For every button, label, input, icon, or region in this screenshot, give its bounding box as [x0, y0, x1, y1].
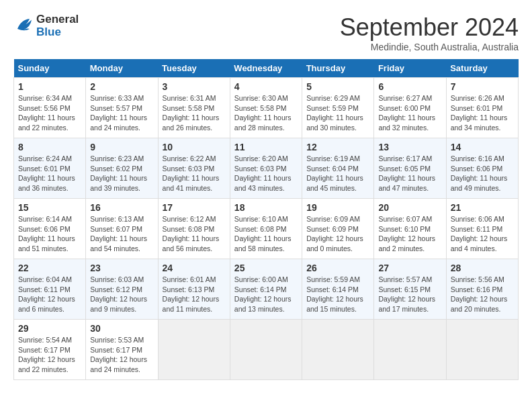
table-row: 13Sunrise: 6:17 AMSunset: 6:05 PMDayligh…: [374, 138, 446, 199]
table-row: 14Sunrise: 6:16 AMSunset: 6:06 PMDayligh…: [446, 138, 518, 199]
table-row: 28Sunrise: 5:56 AMSunset: 6:16 PMDayligh…: [446, 259, 518, 320]
header-wednesday: Wednesday: [230, 59, 302, 78]
table-row: 4Sunrise: 6:30 AMSunset: 5:58 PMDaylight…: [230, 78, 302, 138]
logo-name-line1: General: [36, 13, 79, 26]
table-row: 27Sunrise: 5:57 AMSunset: 6:15 PMDayligh…: [374, 259, 446, 320]
table-row: 15Sunrise: 6:14 AMSunset: 6:06 PMDayligh…: [14, 199, 86, 259]
page-header: General Blue September 2024 Medindie, So…: [13, 13, 519, 52]
header-saturday: Saturday: [446, 59, 518, 78]
table-row: [374, 320, 446, 380]
month-title: September 2024: [340, 13, 519, 42]
table-row: 11Sunrise: 6:20 AMSunset: 6:03 PMDayligh…: [230, 138, 302, 199]
table-row: 6Sunrise: 6:27 AMSunset: 6:00 PMDaylight…: [374, 78, 446, 138]
table-row: [302, 320, 374, 380]
table-row: 26Sunrise: 5:59 AMSunset: 6:14 PMDayligh…: [302, 259, 374, 320]
table-row: 10Sunrise: 6:22 AMSunset: 6:03 PMDayligh…: [158, 138, 230, 199]
table-row: 25Sunrise: 6:00 AMSunset: 6:14 PMDayligh…: [230, 259, 302, 320]
table-row: 8Sunrise: 6:24 AMSunset: 6:01 PMDaylight…: [14, 138, 86, 199]
table-row: 1Sunrise: 6:34 AMSunset: 5:56 PMDaylight…: [14, 78, 86, 138]
header-friday: Friday: [374, 59, 446, 78]
table-row: 24Sunrise: 6:01 AMSunset: 6:13 PMDayligh…: [158, 259, 230, 320]
logo-text: [13, 15, 34, 38]
table-row: [230, 320, 302, 380]
table-row: 5Sunrise: 6:29 AMSunset: 5:59 PMDaylight…: [302, 78, 374, 138]
table-row: 9Sunrise: 6:23 AMSunset: 6:02 PMDaylight…: [86, 138, 158, 199]
calendar-table: Sunday Monday Tuesday Wednesday Thursday…: [13, 59, 519, 380]
table-row: 29Sunrise: 5:54 AMSunset: 6:17 PMDayligh…: [14, 320, 86, 380]
header-sunday: Sunday: [14, 59, 86, 78]
table-row: 12Sunrise: 6:19 AMSunset: 6:04 PMDayligh…: [302, 138, 374, 199]
table-row: 19Sunrise: 6:09 AMSunset: 6:09 PMDayligh…: [302, 199, 374, 259]
title-block: September 2024 Medindie, South Australia…: [340, 13, 519, 52]
table-row: 21Sunrise: 6:06 AMSunset: 6:11 PMDayligh…: [446, 199, 518, 259]
table-row: 3Sunrise: 6:31 AMSunset: 5:58 PMDaylight…: [158, 78, 230, 138]
table-row: 20Sunrise: 6:07 AMSunset: 6:10 PMDayligh…: [374, 199, 446, 259]
logo: General Blue: [13, 13, 79, 38]
table-row: 23Sunrise: 6:03 AMSunset: 6:12 PMDayligh…: [86, 259, 158, 320]
table-row: 7Sunrise: 6:26 AMSunset: 6:01 PMDaylight…: [446, 78, 518, 138]
logo-name-line2: Blue: [36, 26, 79, 39]
table-row: 30Sunrise: 5:53 AMSunset: 6:17 PMDayligh…: [86, 320, 158, 380]
header-thursday: Thursday: [302, 59, 374, 78]
header-monday: Monday: [86, 59, 158, 78]
table-row: 18Sunrise: 6:10 AMSunset: 6:08 PMDayligh…: [230, 199, 302, 259]
table-row: [158, 320, 230, 380]
table-row: 2Sunrise: 6:33 AMSunset: 5:57 PMDaylight…: [86, 78, 158, 138]
table-row: [446, 320, 518, 380]
location: Medindie, South Australia, Australia: [340, 42, 519, 52]
table-row: 22Sunrise: 6:04 AMSunset: 6:11 PMDayligh…: [14, 259, 86, 320]
table-row: 17Sunrise: 6:12 AMSunset: 6:08 PMDayligh…: [158, 199, 230, 259]
table-row: 16Sunrise: 6:13 AMSunset: 6:07 PMDayligh…: [86, 199, 158, 259]
header-tuesday: Tuesday: [158, 59, 230, 78]
